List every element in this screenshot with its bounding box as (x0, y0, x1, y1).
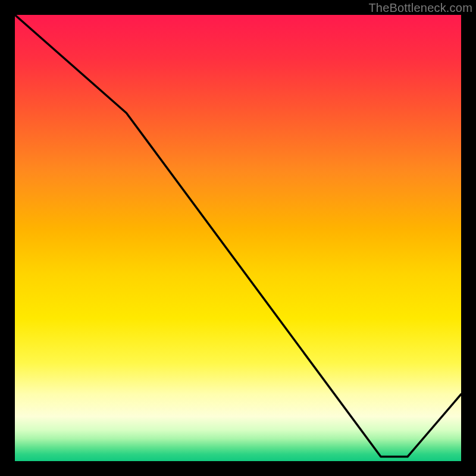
border-left (0, 0, 15, 476)
border-right (461, 0, 476, 476)
border-bottom (0, 461, 476, 476)
plot-area (15, 15, 461, 461)
chart-frame: TheBottleneck.com (0, 0, 476, 476)
series-curve (15, 15, 461, 457)
line-chart-svg (15, 15, 461, 461)
watermark-text: TheBottleneck.com (368, 1, 472, 15)
